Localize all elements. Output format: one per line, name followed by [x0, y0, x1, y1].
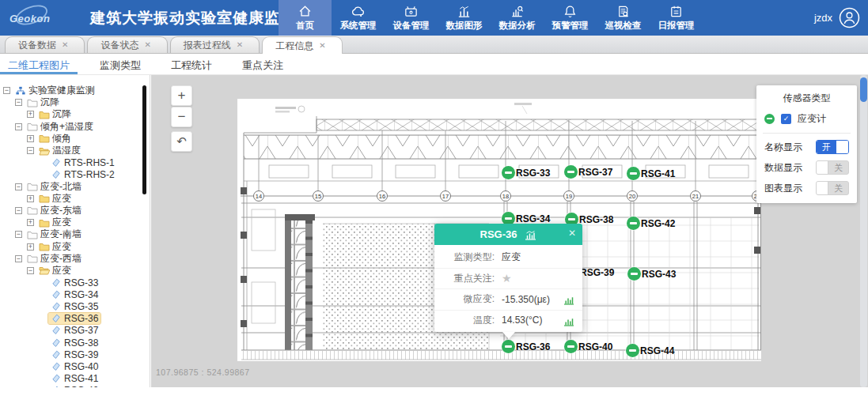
tab-close-icon[interactable]: ✕ — [62, 41, 68, 49]
tree-item[interactable]: RSG-34 — [0, 288, 150, 300]
close-icon[interactable]: ✕ — [568, 228, 576, 238]
tree-collapse-icon[interactable]: − — [15, 99, 22, 106]
tree-item[interactable]: −应变-南墙 — [0, 228, 150, 240]
sensor-marker-dot[interactable] — [564, 340, 578, 353]
tree-item[interactable]: RSG-38 — [0, 337, 150, 349]
tree-item[interactable]: −应变 — [0, 265, 150, 277]
subtab[interactable]: 二维工程图片 — [0, 54, 78, 74]
tree-item[interactable]: −倾角+温湿度 — [0, 121, 150, 133]
subtab[interactable]: 重点关注 — [234, 54, 291, 74]
tree-collapse-icon[interactable]: − — [27, 267, 34, 274]
collapse-minus-icon[interactable] — [764, 114, 775, 124]
sensor-marker[interactable]: RSG-41 — [627, 167, 675, 180]
tree-item[interactable]: +应变 — [0, 217, 150, 228]
tab-close-icon[interactable]: ✕ — [237, 41, 243, 49]
subtab[interactable]: 工程统计 — [163, 54, 220, 74]
tree-item[interactable]: +沉降 — [0, 108, 150, 120]
tree-item[interactable]: RSG-36 — [0, 313, 150, 325]
tree-collapse-icon[interactable]: − — [15, 255, 22, 262]
tree-item[interactable]: RSG-39 — [0, 349, 150, 360]
subtab-label: 重点关注 — [242, 59, 283, 71]
window-tab[interactable]: 设备状态✕ — [87, 36, 167, 53]
tree-expand-icon[interactable]: + — [27, 243, 34, 251]
sensor-marker-dot[interactable] — [627, 267, 641, 281]
tab-close-icon[interactable]: ✕ — [319, 42, 325, 50]
sensor-marker-dot[interactable] — [626, 344, 639, 357]
tree-item[interactable]: RSG-37 — [0, 325, 150, 337]
sensor-marker-dot[interactable] — [627, 217, 640, 230]
row-chart-icon[interactable] — [563, 294, 574, 304]
nav-item[interactable]: 日报管理 — [650, 0, 703, 36]
tree-expand-icon[interactable]: + — [27, 195, 34, 202]
sensor-marker[interactable]: RSG-36 — [502, 340, 550, 353]
tree-item[interactable]: RSG-40 — [0, 360, 150, 372]
tree-item[interactable]: +应变 — [0, 240, 150, 252]
sensor-marker-label: RSG-43 — [642, 269, 676, 280]
sensor-marker-dot[interactable] — [502, 166, 515, 179]
tree-item[interactable]: RTS-RHS-1 — [0, 156, 150, 168]
tree-collapse-icon[interactable]: − — [3, 87, 10, 94]
tree-item[interactable]: −应变-东墙 — [0, 205, 150, 217]
tree-item[interactable]: +倾角 — [0, 133, 150, 145]
tree-collapse-icon[interactable]: − — [27, 147, 34, 154]
sensor-marker[interactable]: RSG-37 — [564, 165, 612, 179]
row-chart-icon[interactable] — [563, 315, 574, 326]
tree-collapse-icon[interactable]: − — [15, 231, 22, 238]
tree-item[interactable]: RSG-33 — [0, 277, 150, 288]
sensor-marker[interactable]: RSG-42 — [627, 217, 675, 230]
sensor-marker-dot[interactable] — [564, 165, 578, 179]
sensor-marker-dot[interactable] — [627, 167, 640, 180]
sensor-marker[interactable]: RSG-44 — [626, 344, 674, 357]
window-tab[interactable]: 工程信息✕ — [262, 36, 342, 54]
tree-collapse-icon[interactable]: − — [15, 207, 22, 214]
sidebar-scrollbar[interactable] — [142, 85, 146, 194]
tree-item[interactable]: RTS-RHS-2 — [0, 168, 150, 180]
toggle-switch-on[interactable]: 开 — [816, 140, 849, 154]
nav-item[interactable]: 设备管理 — [385, 0, 438, 36]
tree-item[interactable]: −实验室健康监测 — [0, 85, 150, 96]
nav-item[interactable]: 数据图形 — [438, 0, 491, 36]
window-tab[interactable]: 报表过程线✕ — [170, 36, 260, 53]
tree-expand-icon[interactable]: + — [27, 111, 34, 118]
toggle-switch-off[interactable]: 关 — [816, 181, 849, 195]
map-scrollbar-track[interactable] — [860, 75, 867, 387]
tree-collapse-icon[interactable]: − — [15, 183, 22, 190]
nav-item[interactable]: 数据分析 — [491, 0, 544, 36]
sensor-popup-title: RSG-36 — [480, 228, 517, 240]
popup-row: 监测类型:应变 — [434, 247, 582, 268]
tree-item-label: RSG-40 — [64, 361, 98, 372]
tree-expand-icon[interactable]: + — [27, 219, 34, 226]
tree-item[interactable]: RSG-35 — [0, 300, 150, 312]
tab-close-icon[interactable]: ✕ — [144, 41, 150, 49]
sensor-marker[interactable]: RSG-33 — [502, 166, 550, 179]
toggle-switch-off[interactable]: 关 — [816, 160, 849, 175]
sensor-type-checkbox[interactable]: ✓ — [781, 114, 791, 124]
tree-item[interactable]: −温湿度 — [0, 145, 150, 156]
tree-item[interactable]: +应变 — [0, 193, 150, 205]
zoom-out-button[interactable]: − — [171, 107, 192, 127]
map-scrollbar-thumb[interactable] — [860, 77, 867, 102]
window-tab[interactable]: 设备数据✕ — [5, 36, 85, 53]
undo-button[interactable]: ↶ — [171, 131, 192, 152]
popup-chart-icon[interactable] — [525, 229, 536, 239]
favorite-star-icon[interactable]: ★ — [502, 272, 574, 285]
sensor-marker[interactable]: RSG-40 — [564, 340, 612, 353]
tree-collapse-icon[interactable]: − — [15, 123, 22, 130]
sensor-marker-dot[interactable] — [502, 340, 515, 353]
content-area: −实验室健康监测−沉降+沉降−倾角+温湿度+倾角−温湿度RTS-RHS-1RTS… — [0, 75, 868, 387]
tree-item[interactable]: −沉降 — [0, 96, 150, 108]
tree-item[interactable]: −应变-北墙 — [0, 181, 150, 193]
folder-icon — [39, 218, 50, 228]
nav-item[interactable]: 巡视检查 — [597, 0, 650, 36]
zoom-in-button[interactable]: + — [171, 85, 192, 106]
nav-item[interactable]: 预警管理 — [544, 0, 597, 36]
nav-item[interactable]: 系统管理 — [332, 0, 385, 36]
nav-item[interactable]: 首页 — [279, 0, 332, 36]
tree-item[interactable]: RSG-41 — [0, 373, 150, 385]
toggle-label: 数据显示 — [764, 161, 816, 175]
sensor-marker[interactable]: RSG-43 — [627, 267, 676, 281]
user-avatar-icon[interactable] — [839, 7, 860, 28]
tree-expand-icon[interactable]: + — [27, 135, 34, 142]
tree-item[interactable]: −应变-西墙 — [0, 253, 150, 265]
subtab[interactable]: 监测类型 — [92, 54, 149, 74]
